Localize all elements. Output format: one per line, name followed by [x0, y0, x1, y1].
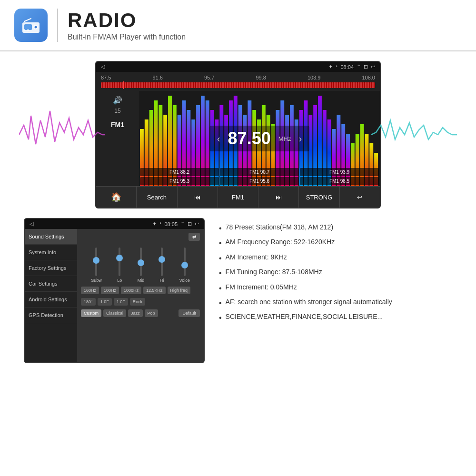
preset-classical[interactable]: Classical — [103, 309, 126, 317]
settings-return: ↩ — [195, 221, 199, 227]
info-text-3: AM Increment: 9KHz — [226, 253, 287, 262]
main-content: ◁ ✦ * 08:04 ⌃ ⊡ ↩ 87.5 91.6 95.7 99.8 — [0, 51, 476, 373]
freq-bar: 87.5 91.6 95.7 99.8 103.9 108.0 — [96, 72, 380, 91]
settings-layout: Sound Settings System Info Factory Setti… — [25, 229, 204, 362]
eq-preset-toggle[interactable]: ⇄ — [188, 233, 200, 241]
sidebar-item-factory[interactable]: Factory Settings — [25, 260, 77, 276]
preset-6[interactable]: FM1 98.5 — [300, 177, 379, 185]
freq-high[interactable]: High freq — [168, 287, 191, 294]
bullet-6: • — [219, 298, 222, 308]
radio-center: ‹ 87.50 MHz › FM1 88.2 FM1 90.7 FM1 93.9… — [139, 91, 380, 186]
preset-3[interactable]: FM1 93.9 — [300, 168, 379, 176]
status-left: ◁ — [101, 64, 105, 70]
subw-label: Subw — [91, 278, 102, 283]
freq-1000hz[interactable]: 1000Hz — [121, 287, 141, 294]
voice-track[interactable] — [184, 248, 186, 276]
val-1f-2[interactable]: 1.0F — [114, 298, 128, 306]
subw-thumb[interactable] — [93, 257, 99, 264]
bullet-5: • — [219, 283, 222, 294]
radio-controls: 🏠 Search ⏮ FM1 ⏭ STRONG ↩ — [96, 186, 380, 208]
preset-custom[interactable]: Custom — [81, 309, 101, 317]
eq-slider-subw: Subw — [91, 248, 102, 283]
freq-12khz[interactable]: 12.5KHz — [143, 287, 166, 294]
info-item-4: • FM Tuning Range: 87.5-108MHz — [219, 268, 452, 278]
preset-grid: FM1 88.2 FM1 90.7 FM1 93.9 FM1 95.3 FM1 … — [139, 167, 380, 186]
prev-button[interactable]: ⏮ — [178, 187, 218, 208]
sidebar-item-car[interactable]: Car Settings — [25, 276, 77, 292]
subw-track[interactable] — [95, 248, 97, 276]
info-item-2: • AM Frequency Range: 522-1620KHz — [219, 238, 452, 248]
preset-2[interactable]: FM1 90.7 — [220, 168, 299, 176]
info-text-7: SCIENCE,WEATHER,FINANCE,SOCIAL LEISURE..… — [226, 312, 383, 322]
hi-track[interactable] — [161, 248, 163, 276]
eq-slider-lo: Lo — [117, 248, 122, 283]
return-icon: ↩ — [371, 64, 375, 70]
lo-thumb[interactable] — [116, 255, 123, 261]
preset-1[interactable]: FM1 88.2 — [140, 168, 219, 176]
settings-screen: ◁ ✦ * 08:05 ⌃ ⊡ ↩ Sound Settings System … — [24, 218, 205, 363]
freq-108: 108.0 — [362, 75, 375, 80]
lo-track[interactable] — [119, 248, 120, 276]
val-rock[interactable]: Rock — [130, 298, 146, 306]
svg-line-4 — [24, 19, 31, 21]
info-item-1: • 78 Preset Stations(FM 318, AM 212) — [219, 223, 452, 234]
fm-band-label: FM1 — [111, 121, 124, 129]
strong-button[interactable]: STRONG — [299, 187, 339, 208]
settings-content: ⇄ Subw — [77, 229, 204, 362]
freq-next-button[interactable]: › — [298, 133, 302, 144]
sidebar-item-system[interactable]: System Info — [25, 245, 77, 260]
hi-label: Hi — [160, 278, 164, 283]
info-text-5: FM Increment: 0.05MHz — [226, 283, 297, 292]
current-frequency: 87.50 — [228, 129, 271, 149]
fm1-button[interactable]: FM1 — [218, 187, 258, 208]
freq-fill — [101, 82, 375, 88]
eq-sliders: Subw Lo Mid — [81, 245, 200, 283]
freq-slider-track[interactable] — [101, 82, 375, 88]
waveform-right — [371, 106, 457, 163]
radio-status-bar: ◁ ✦ * 08:04 ⌃ ⊡ ↩ — [96, 62, 380, 72]
hi-thumb[interactable] — [159, 256, 165, 263]
svg-point-3 — [35, 26, 37, 29]
default-button[interactable]: Default — [178, 309, 200, 317]
back-ctrl-button[interactable]: ↩ — [340, 187, 380, 208]
sidebar-item-android[interactable]: Android Settings — [25, 292, 77, 307]
freq-100hz[interactable]: 100Hz — [101, 287, 119, 294]
info-text-1: 78 Preset Stations(FM 318, AM 212) — [226, 223, 333, 232]
voice-thumb[interactable] — [181, 262, 188, 268]
sidebar-item-gps[interactable]: GPS Detection — [25, 307, 77, 323]
sidebar-item-sound[interactable]: Sound Settings — [25, 229, 77, 245]
mid-thumb[interactable] — [138, 259, 144, 266]
info-item-5: • FM Increment: 0.05MHz — [219, 283, 452, 294]
eq-values: 180° 1.0F 1.0F Rock — [81, 298, 200, 306]
preset-4[interactable]: FM1 95.3 — [140, 177, 219, 185]
info-item-6: • AF: search one station with stronger s… — [219, 298, 452, 308]
preset-5[interactable]: FM1 95.6 — [220, 177, 299, 185]
preset-jazz[interactable]: Jazz — [128, 309, 143, 317]
info-item-3: • AM Increment: 9KHz — [219, 253, 452, 264]
info-item-7: • SCIENCE,WEATHER,FINANCE,SOCIAL LEISURE… — [219, 312, 452, 323]
freq-prev-button[interactable]: ‹ — [217, 133, 220, 144]
search-button[interactable]: Search — [137, 187, 177, 208]
volume-level: 15 — [114, 108, 120, 114]
eq-slider-hi: Hi — [160, 248, 164, 283]
freq-unit: MHz — [278, 135, 291, 142]
freq-display: ‹ 87.50 MHz › — [209, 126, 309, 151]
freq-91: 91.6 — [152, 75, 162, 80]
bullet-3: • — [219, 253, 222, 264]
val-1f-1[interactable]: 1.0F — [98, 298, 112, 306]
home-button[interactable]: 🏠 — [96, 187, 137, 208]
preset-pop[interactable]: Pop — [145, 309, 158, 317]
settings-sidebar: Sound Settings System Info Factory Setti… — [25, 229, 77, 362]
radio-main: 🔊 15 FM1 — [96, 91, 380, 186]
freq-160hz[interactable]: 160Hz — [81, 287, 99, 294]
back-icon: ◁ — [101, 64, 105, 70]
freq-87: 87.5 — [101, 75, 111, 80]
info-text-6: AF: search one station with stronger sig… — [226, 298, 392, 307]
freq-95: 95.7 — [204, 75, 214, 80]
next-button[interactable]: ⏭ — [258, 187, 299, 208]
radio-screen-section: ◁ ✦ * 08:04 ⌃ ⊡ ↩ 87.5 91.6 95.7 99.8 — [24, 61, 452, 208]
freq-marker — [123, 81, 124, 89]
voice-label: Voice — [179, 278, 190, 283]
val-180[interactable]: 180° — [81, 298, 96, 306]
mid-track[interactable] — [140, 248, 142, 276]
